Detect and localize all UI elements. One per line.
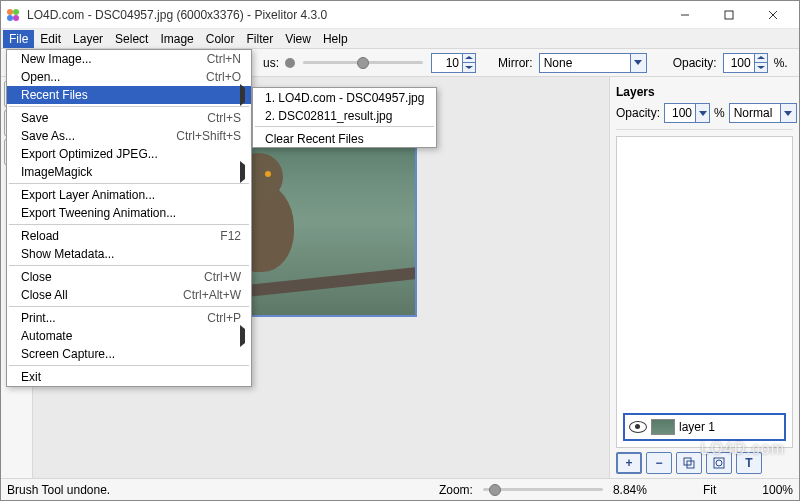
chevron-down-icon[interactable] <box>780 104 796 122</box>
layer-opacity-box[interactable] <box>664 103 710 123</box>
submenu-arrow-icon <box>240 165 245 179</box>
menu-item-open[interactable]: Open...Ctrl+O <box>7 68 251 86</box>
chevron-down-icon[interactable] <box>695 104 709 122</box>
brush-slider[interactable] <box>303 61 423 64</box>
chevron-down-icon[interactable] <box>630 54 646 72</box>
spin-down[interactable] <box>755 63 767 72</box>
menu-item-export-optimized-jpeg[interactable]: Export Optimized JPEG... <box>7 145 251 163</box>
menu-item-reload[interactable]: ReloadF12 <box>7 227 251 245</box>
menu-item-imagemagick[interactable]: ImageMagick <box>7 163 251 181</box>
menu-item-automate[interactable]: Automate <box>7 327 251 345</box>
spin-down[interactable] <box>463 63 475 72</box>
mirror-label: Mirror: <box>498 56 533 70</box>
spin-up[interactable] <box>755 54 767 64</box>
brush-value-box[interactable] <box>431 53 476 73</box>
app-icon <box>5 7 21 23</box>
menu-item-print[interactable]: Print...Ctrl+P <box>7 309 251 327</box>
clear-recent-files[interactable]: Clear Recent Files <box>253 129 436 147</box>
zoom-slider[interactable] <box>483 488 603 491</box>
svg-point-3 <box>13 15 19 21</box>
close-button[interactable] <box>751 1 795 29</box>
layer-list[interactable]: layer 1 <box>616 136 793 448</box>
menu-item-exit[interactable]: Exit <box>7 368 251 386</box>
menu-select[interactable]: Select <box>109 30 154 48</box>
layer-opacity-label: Opacity: <box>616 106 660 120</box>
opacity-input[interactable] <box>724 54 754 72</box>
slider-thumb-icon[interactable] <box>285 58 295 68</box>
layer-name[interactable]: layer 1 <box>679 420 715 434</box>
menu-item-export-layer-animation[interactable]: Export Layer Animation... <box>7 186 251 204</box>
status-bar: Brush Tool undone. Zoom: 8.84% Fit 100% <box>1 478 799 500</box>
menubar: FileEditLayerSelectImageColorFilterViewH… <box>1 29 799 49</box>
recent-file-item[interactable]: 1. LO4D.com - DSC04957.jpg <box>253 88 436 106</box>
svg-point-0 <box>7 9 13 15</box>
recent-file-item[interactable]: 2. DSC02811_result.jpg <box>253 106 436 124</box>
zoom-value: 8.84% <box>613 483 647 497</box>
recent-files-submenu: 1. LO4D.com - DSC04957.jpg2. DSC02811_re… <box>252 87 437 148</box>
file-menu-dropdown: New Image...Ctrl+NOpen...Ctrl+ORecent Fi… <box>6 49 252 387</box>
add-layer-button[interactable]: + <box>616 452 642 474</box>
menu-file[interactable]: File <box>3 30 34 48</box>
blend-mode-combo[interactable]: Normal <box>729 103 797 123</box>
menu-view[interactable]: View <box>279 30 317 48</box>
layer-thumbnail[interactable] <box>651 419 675 435</box>
menu-item-save-as[interactable]: Save As...Ctrl+Shift+S <box>7 127 251 145</box>
layers-panel: Layers Opacity: % Normal layer 1 <box>609 77 799 478</box>
menu-item-close[interactable]: CloseCtrl+W <box>7 268 251 286</box>
text-layer-button[interactable]: T <box>736 452 762 474</box>
layers-title: Layers <box>616 81 793 103</box>
svg-point-11 <box>716 460 722 466</box>
maximize-button[interactable] <box>707 1 751 29</box>
menu-item-close-all[interactable]: Close AllCtrl+Alt+W <box>7 286 251 304</box>
menu-filter[interactable]: Filter <box>240 30 279 48</box>
menu-edit[interactable]: Edit <box>34 30 67 48</box>
window-title: LO4D.com - DSC04957.jpg (6000x3376) - Pi… <box>27 8 663 22</box>
duplicate-layer-button[interactable] <box>676 452 702 474</box>
mask-layer-button[interactable] <box>706 452 732 474</box>
menu-item-show-metadata[interactable]: Show Metadata... <box>7 245 251 263</box>
spin-up[interactable] <box>463 54 475 64</box>
percent-sign: % <box>714 106 725 120</box>
menu-item-screen-capture[interactable]: Screen Capture... <box>7 345 251 363</box>
menu-image[interactable]: Image <box>154 30 199 48</box>
layer-opacity-input[interactable] <box>665 104 695 122</box>
minimize-button[interactable] <box>663 1 707 29</box>
submenu-arrow-icon <box>240 88 245 102</box>
zoom-label: Zoom: <box>439 483 473 497</box>
menu-item-new-image[interactable]: New Image...Ctrl+N <box>7 50 251 68</box>
blend-mode-value: Normal <box>730 106 780 120</box>
menu-help[interactable]: Help <box>317 30 354 48</box>
delete-layer-button[interactable]: − <box>646 452 672 474</box>
submenu-arrow-icon <box>240 329 245 343</box>
mirror-combo[interactable]: None <box>539 53 647 73</box>
brush-value-input[interactable] <box>432 54 462 72</box>
status-message: Brush Tool undone. <box>7 483 110 497</box>
zoom-100[interactable]: 100% <box>762 483 793 497</box>
us-label: us: <box>263 56 279 70</box>
svg-point-2 <box>7 15 13 21</box>
opacity-label: Opacity: <box>673 56 717 70</box>
opacity-box[interactable] <box>723 53 768 73</box>
mirror-value: None <box>540 56 630 70</box>
layer-row[interactable]: layer 1 <box>623 413 786 441</box>
svg-rect-4 <box>725 11 733 19</box>
menu-item-export-tweening-animation[interactable]: Export Tweening Animation... <box>7 204 251 222</box>
opacity-suffix: %. <box>774 56 788 70</box>
visibility-eye-icon[interactable] <box>629 421 647 433</box>
zoom-fit[interactable]: Fit <box>703 483 716 497</box>
menu-item-recent-files[interactable]: Recent Files <box>7 86 251 104</box>
menu-color[interactable]: Color <box>200 30 241 48</box>
svg-point-1 <box>13 9 19 15</box>
menu-layer[interactable]: Layer <box>67 30 109 48</box>
menu-item-save[interactable]: SaveCtrl+S <box>7 109 251 127</box>
